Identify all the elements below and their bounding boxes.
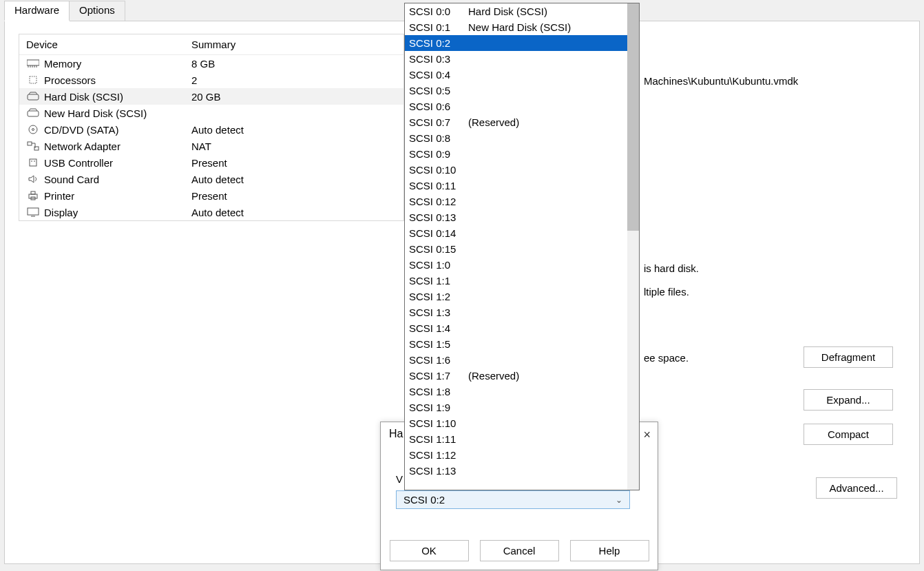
dropdown-item[interactable]: SCSI 1:11	[405, 431, 627, 447]
device-name: Hard Disk (SCSI)	[44, 91, 191, 103]
dropdown-item[interactable]: SCSI 0:6	[405, 98, 627, 114]
device-row[interactable]: Processors2	[19, 72, 403, 88]
dropdown-item[interactable]: SCSI 0:12	[405, 194, 627, 209]
expand-button[interactable]: Expand...	[804, 389, 893, 411]
compact-button[interactable]: Compact	[804, 424, 893, 445]
device-table: Device Summary Memory8 GBProcessors2Hard…	[19, 34, 404, 221]
dropdown-item-slot: SCSI 1:8	[409, 384, 468, 399]
dropdown-item[interactable]: SCSI 0:3	[405, 51, 627, 67]
dropdown-item[interactable]: SCSI 0:14	[405, 225, 627, 241]
svg-rect-12	[28, 208, 39, 215]
dropdown-item[interactable]: SCSI 1:7(Reserved)	[405, 368, 627, 384]
dropdown-item[interactable]: SCSI 0:7(Reserved)	[405, 114, 627, 130]
dropdown-item[interactable]: SCSI 1:6	[405, 352, 627, 368]
dropdown-item-label: (Reserved)	[468, 114, 519, 130]
dropdown-item-slot: SCSI 1:12	[409, 447, 468, 463]
device-summary: Auto detect	[191, 174, 397, 185]
device-name: Display	[44, 207, 191, 218]
device-summary: 8 GB	[191, 58, 397, 70]
device-node-dropdown[interactable]: SCSI 0:0Hard Disk (SCSI)SCSI 0:1New Hard…	[404, 3, 640, 490]
dropdown-item[interactable]: SCSI 0:5	[405, 83, 627, 98]
dropdown-item[interactable]: SCSI 1:13	[405, 463, 627, 479]
device-row[interactable]: USB ControllerPresent	[19, 154, 403, 171]
dropdown-item[interactable]: SCSI 0:8	[405, 130, 627, 146]
dropdown-item[interactable]: SCSI 1:1	[405, 273, 627, 289]
device-node-combobox[interactable]: SCSI 0:2 ⌄	[396, 490, 630, 509]
dropdown-scrollbar[interactable]	[627, 3, 639, 490]
dropdown-item[interactable]: SCSI 1:3	[405, 304, 627, 320]
tab-hardware[interactable]: Hardware	[4, 1, 70, 21]
net-icon	[26, 140, 40, 152]
device-row[interactable]: CD/DVD (SATA)Auto detect	[19, 121, 403, 138]
device-row[interactable]: Hard Disk (SCSI)20 GB	[19, 88, 403, 105]
dropdown-item[interactable]: SCSI 1:12	[405, 447, 627, 463]
dropdown-item-slot: SCSI 1:4	[409, 320, 468, 336]
dropdown-item[interactable]: SCSI 0:4	[405, 67, 627, 83]
dropdown-item[interactable]: SCSI 1:8	[405, 384, 627, 399]
device-row[interactable]: PrinterPresent	[19, 187, 403, 204]
dropdown-item-slot: SCSI 0:14	[409, 225, 468, 241]
hdd-icon	[26, 107, 40, 119]
dropdown-item-slot: SCSI 0:3	[409, 51, 468, 67]
dropdown-item[interactable]: SCSI 0:9	[405, 146, 627, 162]
dropdown-item[interactable]: SCSI 0:15	[405, 241, 627, 257]
dropdown-item-slot: SCSI 0:6	[409, 98, 468, 114]
cancel-button[interactable]: Cancel	[480, 540, 559, 561]
dropdown-item-slot: SCSI 0:12	[409, 194, 468, 209]
dropdown-item-slot: SCSI 0:0	[409, 3, 468, 19]
dropdown-item-slot: SCSI 0:11	[409, 178, 468, 194]
dropdown-item[interactable]: SCSI 0:2	[405, 35, 627, 51]
dropdown-item[interactable]: SCSI 0:10	[405, 162, 627, 178]
cpu-icon	[26, 74, 40, 86]
close-icon[interactable]: ×	[643, 428, 651, 442]
device-row[interactable]: New Hard Disk (SCSI)	[19, 105, 403, 121]
dropdown-item-slot: SCSI 1:0	[409, 257, 468, 273]
device-summary: 2	[191, 74, 397, 86]
dropdown-item[interactable]: SCSI 0:11	[405, 178, 627, 194]
dropdown-item[interactable]: SCSI 1:2	[405, 289, 627, 304]
device-name: Network Adapter	[44, 141, 191, 152]
device-row[interactable]: Network AdapterNAT	[19, 138, 403, 154]
dropdown-item[interactable]: SCSI 0:1New Hard Disk (SCSI)	[405, 19, 627, 35]
device-summary: Present	[191, 157, 397, 169]
help-button[interactable]: Help	[570, 540, 649, 561]
dropdown-item[interactable]: SCSI 0:0Hard Disk (SCSI)	[405, 3, 627, 19]
device-row[interactable]: Memory8 GB	[19, 55, 403, 72]
display-icon	[26, 206, 40, 218]
dropdown-item[interactable]: SCSI 1:0	[405, 257, 627, 273]
hdd-icon	[26, 90, 40, 103]
svg-point-5	[32, 129, 34, 131]
dropdown-item[interactable]: SCSI 1:5	[405, 336, 627, 352]
tab-hardware-label: Hardware	[14, 4, 59, 16]
ok-button[interactable]: OK	[390, 540, 469, 561]
dropdown-item[interactable]: SCSI 1:4	[405, 320, 627, 336]
tab-options-label: Options	[79, 4, 115, 16]
device-name: Processors	[44, 74, 191, 86]
dropdown-item[interactable]: SCSI 1:10	[405, 415, 627, 431]
dropdown-item-slot: SCSI 1:9	[409, 399, 468, 415]
dropdown-item-slot: SCSI 1:2	[409, 289, 468, 304]
svg-rect-9	[29, 194, 37, 198]
memory-icon	[26, 57, 40, 70]
tab-options[interactable]: Options	[69, 1, 125, 21]
device-name: USB Controller	[44, 157, 191, 169]
cd-icon	[26, 123, 40, 136]
device-summary: NAT	[191, 141, 397, 152]
dropdown-item[interactable]: SCSI 0:13	[405, 209, 627, 225]
device-summary: Auto detect	[191, 124, 397, 136]
svg-rect-1	[30, 76, 36, 83]
dropdown-item-label: Hard Disk (SCSI)	[468, 3, 547, 19]
header-summary[interactable]: Summary	[191, 39, 397, 50]
device-summary: Present	[191, 190, 397, 202]
dropdown-item-label: New Hard Disk (SCSI)	[468, 19, 571, 35]
header-device[interactable]: Device	[26, 39, 191, 50]
dropdown-item-slot: SCSI 0:10	[409, 162, 468, 178]
dropdown-item[interactable]: SCSI 1:9	[405, 399, 627, 415]
device-row[interactable]: DisplayAuto detect	[19, 204, 403, 220]
defragment-button[interactable]: Defragment	[804, 346, 893, 368]
device-row[interactable]: Sound CardAuto detect	[19, 171, 403, 187]
device-name: Sound Card	[44, 174, 191, 185]
advanced-button[interactable]: Advanced...	[816, 477, 897, 499]
dropdown-item-slot: SCSI 1:10	[409, 415, 468, 431]
dropdown-scrollbar-thumb[interactable]	[627, 3, 639, 231]
